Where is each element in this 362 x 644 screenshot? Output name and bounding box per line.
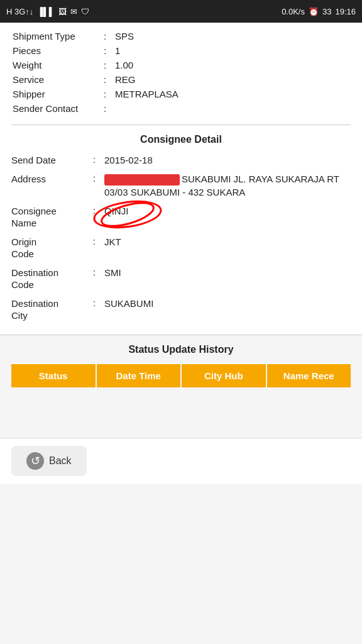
service-row: Service : REG [11, 72, 351, 87]
sender-contact-label: Sender Contact [11, 101, 102, 116]
pieces-label: Pieces [11, 43, 102, 58]
status-bar: H 3G↑↓ ▐▌▌ 🖼 ✉ 🛡 0.0K/s ⏰ 33 19:16 [0, 0, 362, 23]
destination-city-value: SUKABUMI [104, 297, 351, 310]
carrier-label: H 3G↑↓ [6, 7, 33, 16]
destination-code-row: DestinationCode : SMI [11, 267, 351, 291]
address-row: Address : SUKABUMI JL. RAYA SUKARAJA RT … [11, 173, 351, 199]
shipper-row: Shipper : METRAPLASA [11, 87, 351, 101]
shipment-type-colon: : [102, 29, 114, 43]
consignee-name-value: QINJI [104, 205, 351, 218]
send-date-value: 2015-02-18 [104, 154, 351, 167]
pieces-value: 1 [114, 43, 351, 58]
shield-icon: 🛡 [81, 7, 89, 16]
status-column-btn[interactable]: Status [11, 364, 96, 387]
shipment-info-table: Shipment Type : SPS Pieces : 1 Weight : … [11, 29, 351, 116]
destination-code-label: DestinationCode [11, 267, 93, 291]
datetime-column-btn[interactable]: Date Time [97, 364, 181, 387]
origin-code-row: OriginCode : JKT [11, 236, 351, 260]
consignee-name-text: QINJI [104, 206, 128, 216]
cityhub-column-btn[interactable]: City Hub [182, 364, 266, 387]
destination-code-value: SMI [104, 267, 351, 279]
origin-code-label: OriginCode [11, 236, 93, 260]
shipment-type-label: Shipment Type [11, 29, 102, 43]
sender-contact-value [114, 101, 351, 116]
origin-code-value: JKT [104, 236, 351, 248]
history-title: Status Update History [11, 344, 351, 355]
consignee-name-label: ConsigneeName [11, 205, 93, 230]
battery-label: 33 [322, 7, 331, 16]
status-bar-left: H 3G↑↓ ▐▌▌ 🖼 ✉ 🛡 [6, 7, 89, 16]
main-content: Shipment Type : SPS Pieces : 1 Weight : … [0, 23, 362, 335]
back-label: Back [49, 455, 72, 467]
shipper-label: Shipper [11, 87, 102, 101]
service-value: REG [114, 72, 351, 87]
weight-value: 1.00 [114, 58, 351, 72]
send-date-row: Send Date : 2015-02-18 [11, 154, 351, 167]
destination-city-row: DestinationCity : SUKABUMI [11, 297, 351, 322]
shipper-value: METRAPLASA [114, 87, 351, 101]
weight-label: Weight [11, 58, 102, 72]
history-section: Status Update History Status Date Time C… [0, 335, 362, 387]
redact-bar [104, 174, 180, 186]
destination-city-label: DestinationCity [11, 297, 93, 322]
time-label: 19:16 [335, 7, 356, 16]
service-label: Service [11, 72, 102, 87]
shipment-type-row: Shipment Type : SPS [11, 29, 351, 43]
back-button[interactable]: ↺ Back [11, 446, 87, 476]
consignee-name-wrapper: QINJI [104, 205, 128, 218]
address-value: SUKABUMI JL. RAYA SUKARAJA RT 03/03 SUKA… [104, 173, 351, 199]
table-header-row: Status Date Time City Hub Name Rece [11, 364, 351, 387]
shipment-type-value: SPS [114, 29, 351, 43]
consignee-section-title: Consignee Detail [11, 134, 351, 145]
alarm-icon: ⏰ [309, 7, 319, 16]
consignee-name-row: ConsigneeName : QINJI [11, 205, 351, 230]
signal-bars: ▐▌▌ [37, 7, 55, 16]
namereceived-column-btn[interactable]: Name Rece [267, 364, 351, 387]
pieces-row: Pieces : 1 [11, 43, 351, 58]
divider-1 [11, 125, 351, 125]
send-date-label: Send Date [11, 154, 93, 167]
bottom-bar: ↺ Back [0, 438, 362, 484]
back-icon: ↺ [26, 452, 44, 470]
weight-row: Weight : 1.00 [11, 58, 351, 72]
status-bar-right: 0.0K/s ⏰ 33 19:16 [282, 7, 356, 16]
address-label: Address [11, 173, 93, 186]
message-icon: ✉ [70, 7, 77, 16]
sender-contact-row: Sender Contact : [11, 101, 351, 116]
spacer [0, 387, 362, 438]
speed-label: 0.0K/s [282, 7, 305, 16]
image-icon: 🖼 [58, 7, 67, 16]
